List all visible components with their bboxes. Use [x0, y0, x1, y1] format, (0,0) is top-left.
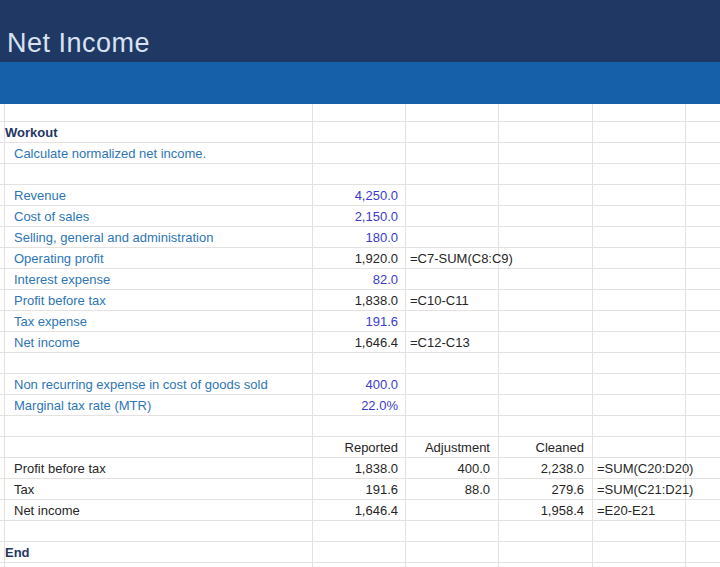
formula-text-cell[interactable]: =SUM(C20:D20)	[597, 462, 693, 475]
excel-worksheet: Net Income WorkoutCalculate normalized n…	[0, 0, 720, 567]
value-cell-c[interactable]: 1,838.0	[312, 462, 398, 475]
value-cell-c[interactable]: 400.0	[312, 378, 398, 391]
value-cell-d[interactable]: 88.0	[406, 483, 490, 496]
page-title: Net Income	[7, 30, 150, 57]
value-cell-c[interactable]: 22.0%	[312, 399, 398, 412]
row-label-cell[interactable]: Cost of sales	[14, 210, 89, 223]
value-cell-c[interactable]: 191.6	[312, 483, 398, 496]
column-header-reported[interactable]: Reported	[312, 441, 398, 454]
value-cell-e[interactable]: 279.6	[499, 483, 584, 496]
value-cell-c[interactable]: 2,150.0	[312, 210, 398, 223]
sheet-row: End	[0, 542, 720, 563]
value-cell-c[interactable]: 1,838.0	[312, 294, 398, 307]
row-label-cell[interactable]: Profit before tax	[14, 294, 106, 307]
column-header-cleaned[interactable]: Cleaned	[499, 441, 584, 454]
description-cell[interactable]: Calculate normalized net income.	[14, 147, 206, 160]
spreadsheet-grid: WorkoutCalculate normalized net income.R…	[0, 104, 720, 567]
sheet-row: Revenue4,250.0	[0, 185, 720, 206]
header-accent-band	[0, 62, 720, 104]
sheet-row: Cost of sales2,150.0	[0, 206, 720, 227]
sheet-row: Tax expense191.6	[0, 311, 720, 332]
row-label-cell[interactable]: Selling, general and administration	[14, 231, 213, 244]
formula-text-cell[interactable]: =SUM(C21:D21)	[597, 483, 693, 496]
sheet-row: Non recurring expense in cost of goods s…	[0, 374, 720, 395]
sheet-row: Profit before tax1,838.0400.02,238.0=SUM…	[0, 458, 720, 479]
row-label-cell[interactable]: Net income	[14, 336, 80, 349]
column-header-adjustment[interactable]: Adjustment	[406, 441, 490, 454]
formula-text-cell[interactable]: =E20-E21	[597, 504, 655, 517]
row-label-cell[interactable]: Non recurring expense in cost of goods s…	[14, 378, 268, 391]
sheet-row: Calculate normalized net income.	[0, 143, 720, 164]
sheet-row	[0, 104, 720, 122]
value-cell-c[interactable]: 82.0	[312, 273, 398, 286]
row-label-cell[interactable]: Revenue	[14, 189, 66, 202]
value-cell-c[interactable]: 1,646.4	[312, 504, 398, 517]
value-cell-c[interactable]: 191.6	[312, 315, 398, 328]
value-cell-c[interactable]: 1,646.4	[312, 336, 398, 349]
formula-text-cell[interactable]: =C10-C11	[410, 294, 469, 307]
sheet-row	[0, 521, 720, 542]
section-label-cell[interactable]: Workout	[5, 126, 57, 139]
worksheet-title-band: Net Income	[0, 0, 720, 62]
value-cell-e[interactable]: 1,958.4	[499, 504, 584, 517]
value-cell-c[interactable]: 4,250.0	[312, 189, 398, 202]
value-cell-c[interactable]: 180.0	[312, 231, 398, 244]
row-label-cell[interactable]: Profit before tax	[14, 462, 106, 475]
sheet-row: Operating profit1,920.0=C7-SUM(C8:C9)	[0, 248, 720, 269]
sheet-row	[0, 416, 720, 437]
value-cell-e[interactable]: 2,238.0	[499, 462, 584, 475]
sheet-row: Profit before tax1,838.0=C10-C11	[0, 290, 720, 311]
sheet-row: Marginal tax rate (MTR)22.0%	[0, 395, 720, 416]
sheet-row: Workout	[0, 122, 720, 143]
row-label-cell[interactable]: Tax expense	[14, 315, 87, 328]
value-cell-c[interactable]: 1,920.0	[312, 252, 398, 265]
sheet-row: Tax191.688.0279.6=SUM(C21:D21)	[0, 479, 720, 500]
formula-text-cell[interactable]: =C7-SUM(C8:C9)	[410, 252, 513, 265]
sheet-row: Net income1,646.41,958.4=E20-E21	[0, 500, 720, 521]
section-label-cell[interactable]: End	[5, 546, 30, 559]
row-label-cell[interactable]: Interest expense	[14, 273, 110, 286]
sheet-row: Net income1,646.4=C12-C13	[0, 332, 720, 353]
row-label-cell[interactable]: Marginal tax rate (MTR)	[14, 399, 151, 412]
sheet-row: ReportedAdjustmentCleaned	[0, 437, 720, 458]
row-label-cell[interactable]: Operating profit	[14, 252, 104, 265]
sheet-row	[0, 353, 720, 374]
row-label-cell[interactable]: Tax	[14, 483, 34, 496]
sheet-row: Selling, general and administration180.0	[0, 227, 720, 248]
sheet-row: Interest expense82.0	[0, 269, 720, 290]
sheet-row	[0, 164, 720, 185]
formula-text-cell[interactable]: =C12-C13	[410, 336, 470, 349]
value-cell-d[interactable]: 400.0	[406, 462, 490, 475]
row-label-cell[interactable]: Net income	[14, 504, 80, 517]
